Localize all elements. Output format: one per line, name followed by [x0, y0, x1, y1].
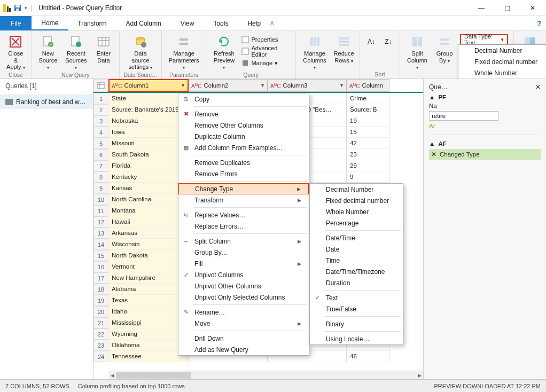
sub-locale[interactable]: Using Locale… [310, 333, 403, 344]
tab-transform[interactable]: Transform [68, 16, 116, 30]
cell[interactable]: 15 [347, 127, 389, 138]
cell[interactable]: North Carolina [108, 194, 189, 205]
ribbon-collapse-icon[interactable]: ᐱ [270, 16, 274, 30]
minimize-button[interactable]: ― [473, 4, 489, 12]
sort-asc-button[interactable]: A↓ [363, 33, 379, 71]
close-pane-icon[interactable]: ✕ [535, 83, 541, 91]
column-header-1[interactable]: ABCColumn1▼ [108, 79, 189, 92]
query-name-input[interactable] [429, 111, 498, 121]
ctx-replace-values[interactable]: ½Replace Values… [178, 209, 309, 221]
recent-sources-button[interactable]: RecentSources ▾ [62, 33, 90, 72]
ctx-unpivot[interactable]: ⤢Unpivot Columns [178, 269, 309, 280]
cell[interactable]: Arkansas [108, 228, 189, 239]
new-source-button[interactable]: +NewSource ▾ [35, 33, 61, 72]
scroll-thumb[interactable] [116, 372, 191, 379]
row-number[interactable]: 8 [93, 171, 108, 183]
cell[interactable]: South Dakota [108, 149, 189, 160]
advanced-editor-button[interactable]: Advanced Editor [241, 46, 290, 57]
all-properties-link[interactable]: Al [429, 123, 434, 129]
row-number[interactable]: 13 [93, 228, 108, 239]
tab-add-column[interactable]: Add Column [116, 16, 171, 30]
manage-parameters-button[interactable]: ManageParameters ▾ [165, 33, 202, 72]
row-number[interactable]: 15 [93, 250, 108, 261]
horizontal-scrollbar[interactable]: ◀▶ [108, 371, 423, 379]
row-number[interactable]: 2 [93, 104, 108, 115]
sub-truefalse[interactable]: True/False [310, 303, 403, 315]
cell[interactable]: Alabama [108, 284, 189, 295]
ctx-remove-err[interactable]: Remove Errors [178, 168, 309, 179]
type-decimal[interactable]: Decimal Number [458, 45, 546, 56]
tab-help[interactable]: Help [238, 16, 270, 30]
sub-whole[interactable]: Whole Number [310, 206, 403, 217]
cell[interactable]: Source: Bankrate's 2019 " [108, 104, 189, 115]
type-whole-number[interactable]: Whole Number [458, 67, 546, 79]
row-number[interactable]: 22 [93, 328, 108, 340]
cell[interactable]: Nebraska [108, 115, 189, 127]
data-source-settings-button[interactable]: Data sourcesettings ▾ [123, 33, 158, 72]
cell[interactable]: Hawaii [108, 216, 189, 228]
cell[interactable]: Wisconsin [108, 239, 189, 250]
ctx-drill-down[interactable]: Drill Down [178, 333, 309, 344]
cell[interactable]: Montana [108, 205, 189, 216]
cell[interactable]: 42 [347, 138, 389, 149]
row-number[interactable]: 12 [93, 216, 108, 228]
cell[interactable]: Idaho [108, 306, 189, 317]
file-menu[interactable]: File [0, 16, 32, 30]
save-icon[interactable] [14, 4, 21, 12]
refresh-preview-button[interactable]: RefreshPreview ▾ [209, 33, 238, 72]
ctx-group-by[interactable]: Group By… [178, 247, 309, 258]
ctx-unpivot-sel[interactable]: Unpivot Only Selected Columns [178, 292, 309, 303]
cell[interactable]: Kansas [108, 183, 189, 194]
cell[interactable]: Crime [347, 93, 389, 104]
column-header-2[interactable]: ABCColumn2▼ [189, 79, 268, 92]
row-number[interactable]: 7 [93, 160, 108, 171]
cell[interactable]: Iowa [108, 127, 189, 138]
row-number[interactable]: 20 [93, 306, 108, 317]
row-number[interactable]: 23 [93, 340, 108, 351]
maximize-button[interactable]: ▢ [499, 4, 515, 12]
close-button[interactable]: ✕ [525, 4, 541, 12]
sub-binary[interactable]: Binary [310, 318, 403, 330]
cell[interactable]: 29 [347, 160, 389, 171]
applied-step[interactable]: ✕Changed Type [429, 149, 541, 160]
cell[interactable]: 19 [347, 115, 389, 127]
cell[interactable]: Vermont [108, 261, 189, 272]
ctx-unpivot-other[interactable]: Unpivot Other Columns [178, 280, 309, 292]
cell[interactable]: New Hampshire [108, 272, 189, 284]
cell[interactable]: Florida [108, 160, 189, 171]
cell[interactable]: Tennessee [108, 351, 189, 362]
cell[interactable]: Missouri [108, 138, 189, 149]
ctx-remove-dup[interactable]: Remove Duplicates [178, 157, 309, 168]
ctx-split-column[interactable]: ⫟Split Column▶ [178, 236, 309, 247]
qat-dropdown-icon[interactable]: ▾ [25, 5, 27, 11]
row-number[interactable]: 24 [93, 351, 108, 362]
cell[interactable]: 9 [347, 171, 389, 183]
cell[interactable]: 46 [347, 351, 389, 362]
ctx-remove[interactable]: ✖Remove [178, 108, 309, 120]
help-button[interactable]: ? [532, 16, 546, 30]
sub-fixed[interactable]: Fixed decimal number [310, 195, 403, 206]
ctx-transform[interactable]: Transform▶ [178, 194, 309, 206]
cell[interactable]: Mississippi [108, 317, 189, 328]
row-number[interactable]: 9 [93, 183, 108, 194]
data-type-button[interactable]: Data Type: Text▾ [460, 34, 508, 45]
row-number[interactable]: 5 [93, 138, 108, 149]
ctx-fill[interactable]: Fill▶ [178, 258, 309, 269]
row-number[interactable]: 17 [93, 272, 108, 284]
row-number[interactable]: 11 [93, 205, 108, 216]
row-number[interactable]: 21 [93, 317, 108, 328]
filter-icon[interactable]: ▼ [339, 83, 344, 88]
query-item[interactable]: Ranking of best and w… [0, 95, 93, 109]
tab-view[interactable]: View [171, 16, 204, 30]
ctx-duplicate[interactable]: Duplicate Column [178, 131, 309, 142]
close-apply-button[interactable]: Close &Apply ▾ [3, 33, 28, 72]
sub-text[interactable]: ✓Text [310, 292, 403, 303]
sub-date[interactable]: Date [310, 244, 403, 255]
reduce-rows-button[interactable]: ReduceRows ▾ [331, 33, 356, 72]
ctx-move[interactable]: Move▶ [178, 318, 309, 329]
row-number[interactable]: 10 [93, 194, 108, 205]
group-by-button[interactable]: GroupBy ▾ [432, 33, 457, 72]
column-header-3[interactable]: ABCColumn3▼ [268, 79, 347, 92]
cell[interactable]: Texas [108, 295, 189, 306]
enter-data-button[interactable]: EnterData [91, 33, 116, 72]
